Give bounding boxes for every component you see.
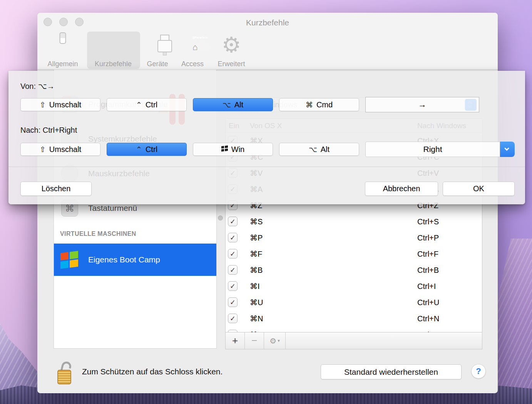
- caret-down-icon: ▾: [278, 338, 280, 343]
- option-icon: ⌥: [309, 145, 317, 154]
- table-row[interactable]: ✓ ⌘U Ctrl+U: [226, 294, 482, 311]
- shift-icon: ⇧: [40, 145, 46, 154]
- shortcut-from: ⌘P: [250, 230, 263, 246]
- lock-hint-text: Zum Schützen auf das Schloss klicken.: [82, 367, 223, 376]
- shortcut-to: Ctrl+S: [417, 214, 439, 230]
- control-icon: ⌃: [136, 145, 142, 154]
- from-value: ⌥→: [38, 82, 55, 90]
- table-row[interactable]: ✓ ⌘N Ctrl+N: [226, 311, 482, 327]
- from-alt-button[interactable]: ⌥ Alt: [193, 98, 273, 111]
- scrollbar-thumb[interactable]: [218, 215, 223, 220]
- sidebar-item-eigenes-boot-camp[interactable]: Eigenes Boot Camp: [54, 244, 216, 276]
- to-ctrl-button[interactable]: ⌃ Ctrl: [107, 143, 187, 156]
- shortcut-from: ⌘N: [250, 311, 263, 327]
- row-checkbox[interactable]: ✓: [228, 265, 238, 275]
- shortcut-to: Ctrl+N: [417, 311, 439, 327]
- titlebar[interactable]: Kurzbefehle: [37, 13, 498, 34]
- table-toolbar: + − ⚙ ▾: [226, 332, 482, 349]
- from-label: Von: ⌥→: [20, 82, 55, 91]
- command-icon: ⌘: [306, 100, 313, 109]
- shortcut-to: Ctrl+P: [417, 230, 439, 246]
- shortcut-from: ⌘B: [250, 262, 263, 278]
- vm-name: Eigenes Boot Camp: [88, 244, 160, 276]
- shortcut-to: Ctrl+U: [417, 294, 439, 311]
- row-checkbox[interactable]: ✓: [228, 281, 238, 291]
- table-row[interactable]: ✓ ⌘F Ctrl+F: [226, 246, 482, 262]
- window-title: Kurzbefehle: [37, 18, 498, 27]
- shortcut-from: ⌘S: [250, 214, 263, 230]
- shortcut-edit-sheet: Von: ⌥→ ⇧ Umschalt ⌃ Ctrl ⌥ Alt ⌘ Cmd → …: [8, 71, 525, 204]
- help-button[interactable]: ?: [471, 364, 486, 379]
- delete-button[interactable]: Löschen: [20, 182, 92, 196]
- table-row[interactable]: ✓ ⌘P Ctrl+P: [226, 230, 482, 246]
- sheet-divider: [8, 167, 525, 167]
- toolbar-item-erweitert[interactable]: ⚙ Erweitert: [202, 34, 260, 69]
- row-checkbox[interactable]: ✓: [228, 314, 238, 323]
- gear-icon: ⚙: [222, 35, 241, 55]
- shortcut-to: Ctrl+I: [417, 278, 436, 294]
- shortcut-from: ⌘F: [250, 246, 262, 262]
- toolbar-item-label: Allgemein: [34, 60, 92, 68]
- from-key-value: →: [418, 100, 427, 109]
- general-switch-icon: [62, 35, 64, 42]
- option-icon: ⌥: [223, 100, 231, 109]
- row-checkbox[interactable]: ✓: [228, 249, 238, 259]
- control-icon: ⌃: [136, 100, 142, 109]
- desktop: Kurzbefehle Allgemein Kurzbefehle Geräte…: [0, 0, 532, 404]
- chevron-down-icon: [504, 146, 509, 151]
- to-key-value: Right: [423, 145, 442, 154]
- add-button[interactable]: +: [226, 332, 245, 349]
- row-checkbox[interactable]: ✓: [228, 217, 238, 226]
- to-key-combo-field[interactable]: Right: [365, 142, 500, 157]
- shortcut-to: Ctrl+B: [417, 262, 439, 278]
- popup-stepper-icon: [465, 99, 477, 111]
- table-row[interactable]: ✓ ⌘B Ctrl+B: [226, 262, 482, 278]
- sidebar-section-header: VIRTUELLE MASCHINEN: [60, 230, 136, 237]
- shortcut-from: ⌘I: [250, 278, 260, 294]
- windows-logo-icon: [59, 250, 79, 271]
- shift-icon: ⇧: [40, 100, 46, 109]
- restore-defaults-button[interactable]: Standard wiederherstellen: [321, 364, 462, 379]
- to-value: Ctrl+Right: [43, 126, 77, 134]
- shortcut-from: ⌘U: [250, 294, 263, 311]
- from-key-dropdown[interactable]: →: [365, 97, 479, 112]
- cancel-button[interactable]: Abbrechen: [365, 182, 438, 196]
- ok-button[interactable]: OK: [443, 182, 515, 196]
- to-alt-button[interactable]: ⌥ Alt: [279, 143, 359, 156]
- row-checkbox[interactable]: ✓: [228, 233, 238, 242]
- lock-open-icon[interactable]: [57, 360, 74, 387]
- table-row[interactable]: ✓ ⌘S Ctrl+S: [226, 214, 482, 230]
- from-ctrl-button[interactable]: ⌃ Ctrl: [107, 98, 187, 111]
- remove-button[interactable]: −: [245, 332, 264, 349]
- table-row[interactable]: ✓ ⌘I Ctrl+I: [226, 278, 482, 294]
- gear-icon: ⚙: [269, 336, 276, 346]
- toolbar-item-allgemein[interactable]: Allgemein: [34, 34, 92, 69]
- gear-menu-button[interactable]: ⚙ ▾: [264, 332, 286, 349]
- shortcut-to: Ctrl+F: [417, 246, 438, 262]
- windows-logo-icon: [221, 145, 228, 154]
- from-shift-button[interactable]: ⇧ Umschalt: [20, 98, 100, 111]
- to-shift-button[interactable]: ⇧ Umschalt: [20, 143, 100, 156]
- row-checkbox[interactable]: ✓: [228, 297, 238, 307]
- to-key-dropdown-button[interactable]: [500, 142, 515, 157]
- to-label: Nach: Ctrl+Right: [20, 126, 77, 135]
- to-win-button[interactable]: Win: [193, 143, 273, 156]
- from-cmd-button[interactable]: ⌘ Cmd: [279, 98, 359, 111]
- toolbar-item-label: Erweitert: [202, 60, 260, 68]
